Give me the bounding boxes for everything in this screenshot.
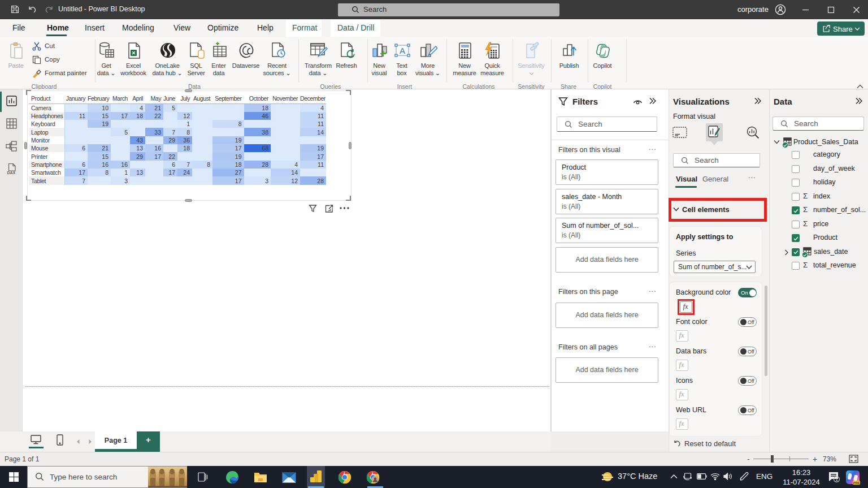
svg-text:A: A bbox=[400, 46, 405, 55]
svg-text:DAX: DAX bbox=[7, 171, 16, 175]
svg-text:PRE: PRE bbox=[853, 481, 860, 485]
svg-text:1: 1 bbox=[835, 477, 838, 482]
